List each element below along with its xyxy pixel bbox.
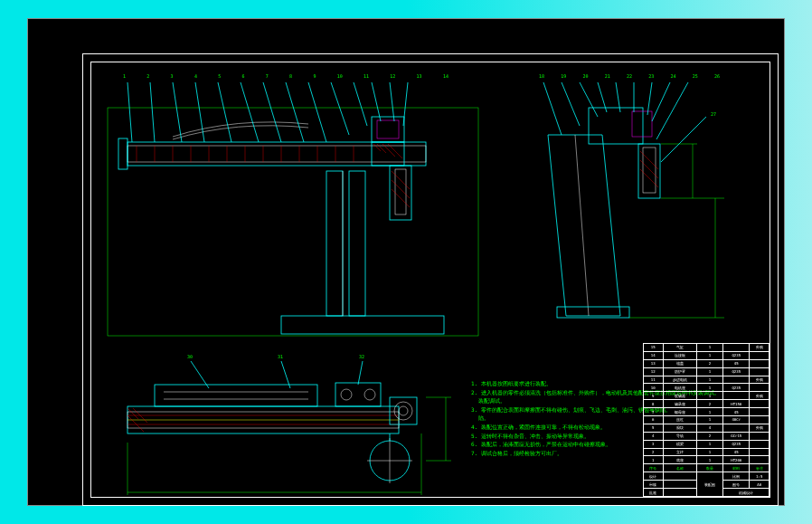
svg-line-67 xyxy=(647,82,652,115)
svg-line-38 xyxy=(241,82,259,142)
svg-point-81 xyxy=(364,389,375,400)
leader-t3: 32 xyxy=(359,354,364,359)
svg-rect-76 xyxy=(155,385,317,406)
svg-line-30 xyxy=(392,180,410,198)
leader-11: 11 xyxy=(364,73,369,79)
leader-t1: 30 xyxy=(187,354,193,359)
bom-h-no: 序号 xyxy=(644,464,664,472)
svg-line-40 xyxy=(286,82,304,142)
front-view-drawing xyxy=(100,71,489,343)
view-side: 18 19 20 21 22 23 24 25 26 27 850 185 xyxy=(516,71,756,334)
drawing-frame: 1 2 3 4 5 6 7 8 9 10 11 12 13 14 xyxy=(82,53,779,506)
drawing-title: 装配图 xyxy=(696,472,722,497)
svg-line-62 xyxy=(562,82,580,126)
svg-rect-51 xyxy=(638,144,660,198)
bom-h-name: 名称 xyxy=(663,464,696,472)
bom-table: 15气缸1外购 14连接板1Q235 13端盖245 12防护罩1Q235 11… xyxy=(643,343,770,497)
svg-line-90 xyxy=(127,415,144,432)
svg-line-98 xyxy=(191,361,209,388)
leader-s10: 27 xyxy=(711,111,716,117)
svg-line-47 xyxy=(575,135,589,316)
svg-line-39 xyxy=(263,82,281,142)
svg-line-33 xyxy=(127,82,132,142)
leader-t2: 31 xyxy=(278,354,283,359)
svg-line-100 xyxy=(358,361,363,385)
svg-line-70 xyxy=(661,117,706,162)
svg-rect-50 xyxy=(632,111,652,137)
svg-point-84 xyxy=(394,402,412,420)
svg-rect-27 xyxy=(390,166,411,220)
leader-7: 7 xyxy=(266,73,269,79)
svg-line-29 xyxy=(392,171,410,189)
svg-rect-0 xyxy=(281,316,444,334)
leader-6: 6 xyxy=(241,73,244,79)
svg-line-89 xyxy=(127,408,138,419)
svg-line-45 xyxy=(390,82,394,121)
svg-line-31 xyxy=(392,189,410,207)
leader-s1: 18 xyxy=(539,73,544,79)
svg-line-42 xyxy=(331,82,349,135)
view-top: 30 31 32 1200 340 xyxy=(100,352,462,497)
svg-rect-52 xyxy=(643,148,656,193)
dim-height: 850 xyxy=(717,252,723,257)
svg-line-26 xyxy=(388,144,402,158)
leader-s6: 23 xyxy=(648,73,654,79)
leader-s3: 20 xyxy=(582,73,588,79)
leader-12: 12 xyxy=(390,73,395,79)
side-view-drawing xyxy=(516,71,756,334)
leader-1: 1 xyxy=(123,73,126,79)
leader-5: 5 xyxy=(218,73,221,79)
svg-rect-21 xyxy=(377,120,399,138)
svg-rect-28 xyxy=(395,169,406,214)
leader-s9: 26 xyxy=(714,73,720,79)
leader-2: 2 xyxy=(146,73,149,79)
bom-h-note: 备注 xyxy=(750,464,770,472)
svg-line-44 xyxy=(372,82,381,121)
svg-line-61 xyxy=(543,82,562,135)
title-block: 15气缸1外购 14连接板1Q235 13端盖245 12防护罩1Q235 11… xyxy=(643,343,770,497)
svg-rect-49 xyxy=(589,108,643,144)
leader-14: 14 xyxy=(443,73,448,79)
leader-row-side: 18 19 20 21 22 23 24 25 26 xyxy=(539,73,720,79)
svg-line-37 xyxy=(218,82,231,142)
leader-10: 10 xyxy=(337,73,343,79)
svg-line-46 xyxy=(403,82,408,126)
leader-s5: 22 xyxy=(627,73,632,79)
svg-line-99 xyxy=(281,361,290,388)
view-front: 1 2 3 4 5 6 7 8 9 10 11 12 13 14 xyxy=(100,71,489,343)
leader-row-front: 1 2 3 4 5 6 7 8 9 10 11 12 13 14 xyxy=(123,73,448,79)
leader-s4: 21 xyxy=(605,73,610,79)
leader-9: 9 xyxy=(313,73,316,79)
dim-length: 1200 xyxy=(263,486,272,491)
dim-hang: 185 xyxy=(694,167,701,171)
svg-line-68 xyxy=(652,82,670,121)
svg-rect-1 xyxy=(326,171,343,316)
leader-s2: 19 xyxy=(561,73,566,79)
svg-line-43 xyxy=(354,82,367,126)
leader-13: 13 xyxy=(417,73,422,79)
top-view-drawing xyxy=(100,352,462,497)
bom-h-qty: 数量 xyxy=(696,464,722,472)
svg-line-23 xyxy=(373,144,381,151)
svg-rect-19 xyxy=(118,138,127,169)
inner-frame: 1 2 3 4 5 6 7 8 9 10 11 12 13 14 xyxy=(90,62,770,498)
svg-rect-79 xyxy=(335,383,381,406)
svg-line-35 xyxy=(173,82,182,142)
bom-h-mat: 材料 xyxy=(723,464,750,472)
leader-s7: 24 xyxy=(670,73,675,79)
cad-canvas: 1 2 3 4 5 6 7 8 9 10 11 12 13 14 xyxy=(27,18,785,506)
svg-point-83 xyxy=(399,406,408,415)
svg-line-34 xyxy=(150,82,155,142)
leader-8: 8 xyxy=(289,73,292,79)
svg-line-41 xyxy=(308,82,326,142)
leader-3: 3 xyxy=(171,73,174,79)
svg-rect-82 xyxy=(390,397,417,424)
svg-rect-2 xyxy=(349,171,365,316)
leader-s8: 25 xyxy=(693,73,698,79)
leader-4: 4 xyxy=(194,73,197,79)
dim-offset: 340 xyxy=(448,424,454,429)
svg-point-80 xyxy=(341,389,352,400)
svg-line-69 xyxy=(656,82,688,139)
svg-line-24 xyxy=(377,144,386,153)
